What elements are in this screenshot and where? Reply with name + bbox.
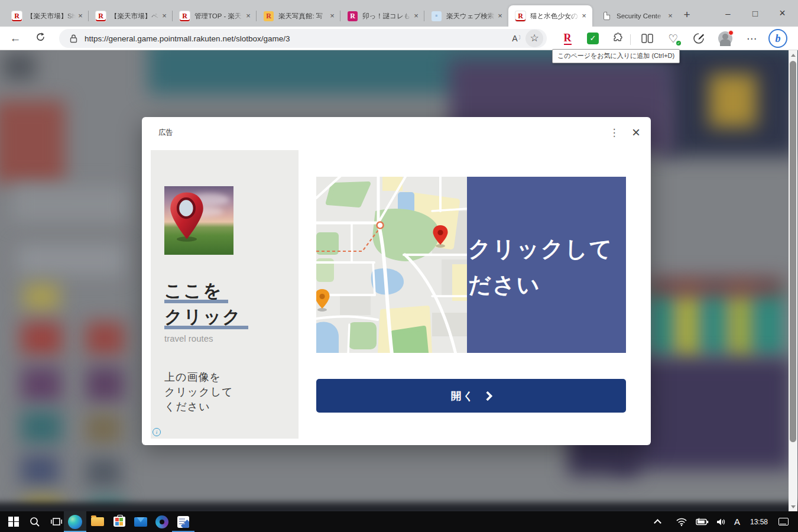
tray-volume[interactable] — [713, 511, 729, 532]
ad-options-kebab-icon[interactable]: ⋮ — [606, 125, 622, 141]
browser-toolbar: ← https://general.game.pointmall.rakuten… — [0, 27, 798, 50]
ad-modal: 広告 ⋮ × — [142, 117, 651, 445]
notification-dot — [728, 30, 734, 35]
rakuten-extension-icon[interactable]: R — [558, 29, 577, 48]
refresh-button[interactable] — [31, 29, 50, 48]
tab-admin-top[interactable]: R 管理TOP - 楽天 × — [173, 5, 257, 27]
tab-close-icon[interactable]: × — [327, 11, 337, 21]
tab-title: 楽天ウェブ検索 — [446, 12, 495, 21]
document-favicon-icon — [602, 11, 612, 21]
green-check-badge: ✓ — [676, 41, 681, 46]
rakuten-photo-favicon-icon: R — [264, 11, 274, 21]
rakuten-collection-favicon-icon: R — [348, 11, 358, 21]
tray-battery[interactable] — [693, 511, 712, 532]
mail-icon — [134, 517, 147, 527]
new-tab-button[interactable]: + — [679, 7, 695, 24]
speaker-icon — [716, 518, 726, 526]
tab-title: 猫と水色少女の — [530, 12, 579, 21]
more-options-icon[interactable]: ⋯ — [742, 29, 761, 48]
ad-overlay-text-panel: クリックして ださい — [467, 177, 626, 353]
action-center-button[interactable] — [773, 511, 793, 532]
copilot-icon[interactable]: b — [768, 29, 787, 48]
tab-security-center[interactable]: Security Cente × — [595, 5, 679, 27]
tab-title: 卯っ！謎コレも — [362, 12, 411, 21]
lock-icon — [70, 34, 77, 43]
tray-ime-indicator[interactable]: A — [729, 511, 745, 532]
favorites-tooltip: このページをお気に入りに追加 (Ctrl+D) — [552, 49, 680, 63]
open-button[interactable]: 開く — [316, 379, 626, 413]
tab-close-icon[interactable]: × — [495, 11, 505, 21]
scroll-down-icon[interactable] — [789, 502, 797, 511]
ad-thumbnail-image[interactable] — [164, 186, 233, 255]
taskbar-search-button[interactable] — [24, 511, 46, 532]
window-close-button[interactable]: × — [769, 0, 796, 27]
store-icon — [113, 517, 125, 527]
file-explorer-button[interactable] — [86, 511, 109, 532]
map-pin-3d-icon — [168, 191, 206, 242]
web-capture-icon[interactable] — [689, 29, 708, 48]
tab-web-search[interactable]: ≡ 楽天ウェブ検索 × — [424, 5, 508, 27]
back-button[interactable]: ← — [6, 29, 25, 48]
tab-close-icon[interactable]: × — [160, 11, 169, 21]
open-button-label: 開く — [451, 389, 475, 403]
rakuten-favicon-icon: R — [96, 11, 106, 21]
refresh-icon — [35, 32, 46, 42]
mail-button[interactable] — [129, 511, 152, 532]
taskbar: A 13:58 — [0, 511, 798, 532]
store-button[interactable] — [108, 511, 131, 532]
tab-close-icon[interactable]: × — [411, 11, 421, 21]
start-button[interactable] — [2, 511, 25, 532]
task-view-icon — [51, 517, 62, 527]
web-search-favicon-icon: ≡ — [432, 11, 442, 21]
check-extension-icon[interactable]: ✓ — [583, 29, 602, 48]
scrollbar-thumb[interactable] — [790, 61, 796, 442]
ad-subtitle: travel routes — [164, 333, 213, 343]
minimize-button[interactable]: – — [715, 0, 741, 27]
scroll-up-icon[interactable] — [789, 50, 797, 60]
tab-title: 管理TOP - 楽天 — [194, 12, 244, 21]
tab-rakuten-shop[interactable]: R 【楽天市場】Sho × — [5, 5, 89, 27]
tab-title: 楽天写真館: 写 — [278, 12, 327, 21]
tab-active-game[interactable]: R 猫と水色少女の × — [508, 5, 592, 27]
read-aloud-icon[interactable]: A — [507, 34, 523, 43]
taskbar-edge-button[interactable] — [64, 511, 86, 532]
tray-wifi[interactable] — [673, 511, 690, 532]
url-text[interactable]: https://general.game.pointmall.rakuten.n… — [85, 34, 290, 43]
tray-clock[interactable]: 13:58 — [746, 511, 772, 532]
route-waypoint-icon — [377, 222, 384, 229]
wifi-icon — [676, 518, 687, 526]
split-screen-icon[interactable] — [638, 29, 657, 48]
tab-close-icon[interactable]: × — [76, 11, 85, 21]
favorites-star-icon[interactable]: ☆ — [525, 30, 543, 47]
browser-essentials-icon[interactable]: ♡ ✓ — [664, 29, 683, 48]
profile-avatar[interactable] — [716, 29, 735, 48]
headline-underline — [164, 300, 228, 303]
tab-close-icon[interactable]: × — [579, 11, 589, 21]
ad-close-icon[interactable]: × — [628, 124, 644, 141]
ad-info-icon[interactable]: i — [153, 428, 161, 436]
tab-title: 【楽天市場】ペー — [111, 12, 160, 21]
tab-close-icon[interactable]: × — [666, 11, 675, 21]
extensions-puzzle-icon[interactable] — [609, 29, 628, 48]
office-ring-icon — [155, 515, 168, 528]
document-app-button[interactable] — [172, 511, 194, 532]
tab-photo-gallery[interactable]: R 楽天写真館: 写 × — [257, 5, 340, 27]
maximize-button[interactable]: □ — [742, 0, 768, 27]
address-bar[interactable]: https://general.game.pointmall.rakuten.n… — [59, 29, 547, 48]
rakuten-favicon-icon: R — [180, 11, 190, 21]
rakuten-favicon-icon: R — [515, 11, 525, 21]
tab-close-icon[interactable]: × — [244, 11, 253, 21]
tab-rakuten-page[interactable]: R 【楽天市場】ペー × — [89, 5, 173, 27]
action-center-icon — [778, 518, 789, 525]
toolbar-divider — [630, 34, 631, 45]
ad-map-banner[interactable]: クリックして ださい — [316, 177, 626, 353]
page-scrollbar[interactable] — [789, 50, 797, 511]
tray-show-hidden-icons[interactable] — [648, 511, 667, 532]
map-illustration — [316, 177, 467, 353]
overlay-text-line2: ださい — [468, 267, 626, 303]
ad-left-panel: ここを クリック travel routes 上の画像を クリックして ください… — [151, 150, 299, 439]
office-button[interactable] — [151, 511, 173, 532]
battery-icon — [696, 518, 709, 525]
tab-collection[interactable]: R 卯っ！謎コレも × — [340, 5, 424, 27]
headline-underline — [164, 326, 248, 329]
